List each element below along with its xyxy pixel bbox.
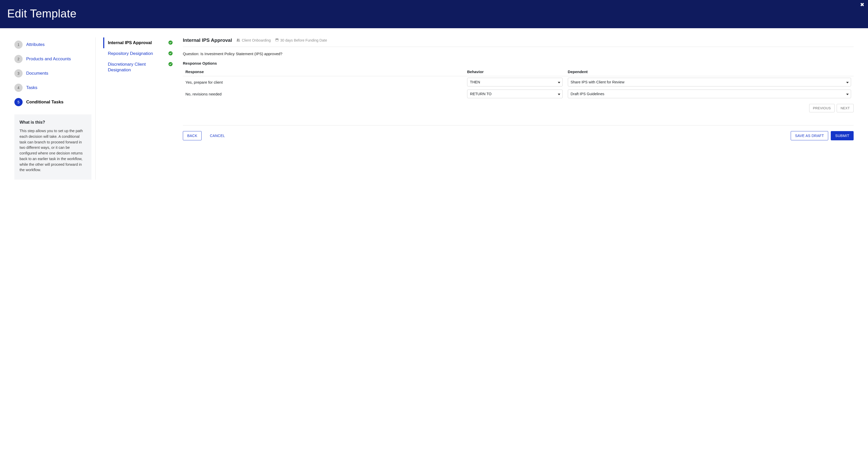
- svg-rect-7: [276, 38, 276, 39]
- task-label: Internal IPS Approval: [108, 40, 154, 46]
- dependent-select[interactable]: Share IPS with Client for Review: [568, 78, 851, 87]
- step-badge: 5: [14, 98, 23, 106]
- response-cell: No, revisions needed: [183, 88, 465, 100]
- task-item-internal-ips-approval[interactable]: Internal IPS Approval: [103, 37, 175, 48]
- task-label: Repository Designation: [108, 51, 155, 57]
- task-item-discretionary-client-designation[interactable]: Discretionary Client Designation: [103, 59, 175, 75]
- due-meta: 30 days Before Funding Date: [275, 38, 327, 42]
- submit-button[interactable]: SUBMIT: [831, 131, 854, 140]
- calendar-icon: [275, 38, 279, 42]
- next-button[interactable]: NEXT: [837, 104, 854, 112]
- pager: PREVIOUS NEXT: [183, 104, 854, 112]
- question-text: Is Investment Policy Statement (IPS) app…: [200, 52, 282, 56]
- caret-down-icon: [558, 92, 560, 96]
- response-cell: Yes, prepare for client: [183, 76, 465, 88]
- page-title: Edit Template: [7, 7, 76, 20]
- dependent-select[interactable]: Draft IPS Guidelines: [568, 90, 851, 98]
- step-nav: 1 Attributes 2 Products and Accounts 3 D…: [14, 37, 91, 179]
- step-documents[interactable]: 3 Documents: [14, 66, 91, 80]
- check-circle-icon: [168, 40, 173, 45]
- modal-header: Edit Template ✖: [0, 0, 868, 28]
- task-label: Discretionary Client Designation: [108, 62, 168, 73]
- step-label: Conditional Tasks: [26, 100, 63, 105]
- question-row: Question: Is Investment Policy Statement…: [183, 52, 854, 56]
- step-label: Products and Accounts: [26, 57, 71, 62]
- table-row: Yes, prepare for client THEN Share IPS w…: [183, 76, 854, 88]
- table-row: No, revisions needed RETURN TO Draft IPS…: [183, 88, 854, 100]
- help-title: What is this?: [20, 120, 86, 125]
- caret-down-icon: [846, 92, 849, 96]
- category-text: Client Onboarding: [242, 38, 271, 42]
- close-icon[interactable]: ✖: [860, 2, 864, 7]
- category-meta: Client Onboarding: [237, 38, 271, 42]
- step-label: Tasks: [26, 85, 37, 90]
- detail-title: Internal IPS Approval: [183, 37, 232, 43]
- back-button[interactable]: BACK: [183, 131, 202, 140]
- step-badge: 2: [14, 55, 23, 63]
- step-badge: 4: [14, 83, 23, 92]
- question-label: Question:: [183, 52, 199, 56]
- caret-down-icon: [558, 80, 560, 84]
- check-circle-icon: [168, 62, 173, 66]
- behavior-select[interactable]: RETURN TO: [467, 90, 563, 98]
- col-behavior-header: Behavior: [465, 67, 565, 76]
- users-icon: [237, 38, 240, 42]
- step-label: Attributes: [26, 42, 45, 47]
- step-badge: 3: [14, 69, 23, 77]
- svg-rect-8: [278, 38, 278, 39]
- help-box: What is this? This step allows you to se…: [14, 114, 91, 179]
- step-tasks[interactable]: 4 Tasks: [14, 80, 91, 95]
- behavior-value: RETURN TO: [470, 92, 492, 96]
- task-detail: Internal IPS Approval Client Onboarding …: [175, 37, 854, 179]
- response-options-heading: Response Options: [183, 61, 854, 65]
- response-table: Response Behavior Dependent Yes, prepare…: [183, 67, 854, 100]
- step-label: Documents: [26, 71, 48, 76]
- dependent-value: Share IPS with Client for Review: [570, 80, 625, 84]
- svg-point-4: [239, 39, 240, 40]
- step-products-accounts[interactable]: 2 Products and Accounts: [14, 52, 91, 66]
- behavior-select[interactable]: THEN: [467, 78, 563, 87]
- task-list: Internal IPS Approval Repository Designa…: [103, 37, 175, 179]
- col-response-header: Response: [183, 67, 465, 76]
- save-as-draft-button[interactable]: SAVE AS DRAFT: [791, 131, 829, 140]
- step-attributes[interactable]: 1 Attributes: [14, 37, 91, 52]
- footer-bar: BACK CANCEL SAVE AS DRAFT SUBMIT: [183, 125, 854, 140]
- help-body: This step allows you to set up the path …: [20, 128, 86, 173]
- vertical-divider: [95, 37, 96, 179]
- check-circle-icon: [168, 51, 173, 56]
- cancel-button[interactable]: CANCEL: [206, 131, 229, 140]
- due-text: 30 days Before Funding Date: [280, 38, 327, 42]
- svg-rect-6: [276, 39, 278, 39]
- caret-down-icon: [846, 80, 849, 84]
- col-dependent-header: Dependent: [565, 67, 854, 76]
- step-conditional-tasks[interactable]: 5 Conditional Tasks: [14, 95, 91, 109]
- task-item-repository-designation[interactable]: Repository Designation: [103, 48, 175, 59]
- svg-rect-9: [276, 40, 278, 41]
- dependent-value: Draft IPS Guidelines: [570, 92, 604, 96]
- detail-head: Internal IPS Approval Client Onboarding …: [183, 37, 854, 47]
- svg-point-3: [237, 39, 238, 40]
- behavior-value: THEN: [470, 80, 480, 84]
- modal-body: 1 Attributes 2 Products and Accounts 3 D…: [0, 28, 868, 189]
- step-badge: 1: [14, 40, 23, 49]
- previous-button[interactable]: PREVIOUS: [809, 104, 835, 112]
